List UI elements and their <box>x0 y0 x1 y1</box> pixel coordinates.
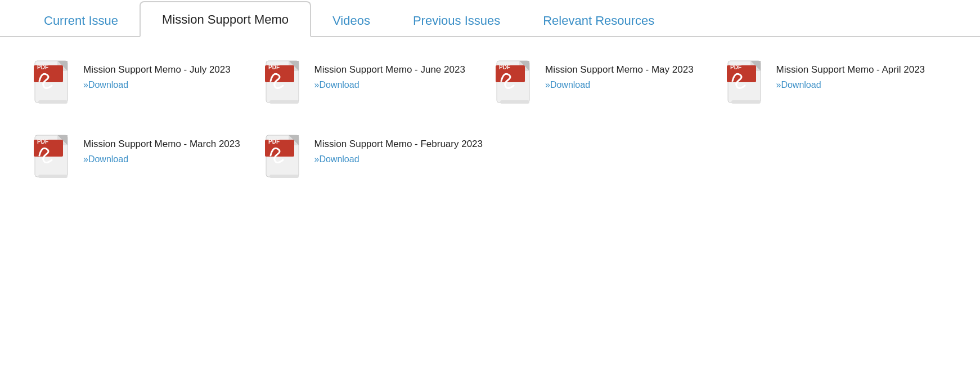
doc-info-june-2023: Mission Support Memo - June 2023»Downloa… <box>314 60 465 90</box>
svg-text:PDF: PDF <box>268 139 280 145</box>
pdf-icon-june-2023: PDF <box>265 60 305 106</box>
svg-rect-17 <box>500 100 529 104</box>
doc-info-april-2023: Mission Support Memo - April 2023»Downlo… <box>776 60 925 90</box>
pdf-icon-july-2023: PDF <box>34 60 74 106</box>
doc-info-march-2023: Mission Support Memo - March 2023»Downlo… <box>83 134 240 164</box>
tab-previous-issues[interactable]: Previous Issues <box>392 3 522 37</box>
svg-text:PDF: PDF <box>730 64 741 70</box>
pdf-icon-may-2023: PDF <box>496 60 536 106</box>
svg-rect-29 <box>38 175 68 178</box>
doc-download-may-2023[interactable]: »Download <box>545 80 694 90</box>
svg-rect-23 <box>731 100 761 104</box>
tab-bar: Current IssueMission Support MemoVideosP… <box>0 0 980 37</box>
doc-info-february-2023: Mission Support Memo - February 2023»Dow… <box>314 134 483 164</box>
doc-title-april-2023: Mission Support Memo - April 2023 <box>776 63 925 77</box>
doc-download-april-2023[interactable]: »Download <box>776 80 925 90</box>
tab-videos[interactable]: Videos <box>311 3 392 37</box>
doc-title-march-2023: Mission Support Memo - March 2023 <box>83 137 240 151</box>
doc-title-may-2023: Mission Support Memo - May 2023 <box>545 63 694 77</box>
doc-download-february-2023[interactable]: »Download <box>314 154 483 164</box>
doc-download-june-2023[interactable]: »Download <box>314 80 465 90</box>
svg-text:PDF: PDF <box>499 64 510 70</box>
documents-grid-row2: PDF Mission Support Memo - March 2023»Do… <box>34 134 946 180</box>
doc-title-june-2023: Mission Support Memo - June 2023 <box>314 63 465 77</box>
svg-rect-11 <box>269 100 299 104</box>
main-content: PDF Mission Support Memo - July 2023»Dow… <box>0 37 980 203</box>
doc-item-june-2023: PDF Mission Support Memo - June 2023»Dow… <box>265 60 485 106</box>
doc-title-july-2023: Mission Support Memo - July 2023 <box>83 63 231 77</box>
doc-item-february-2023: PDF Mission Support Memo - February 2023… <box>265 134 485 180</box>
doc-download-march-2023[interactable]: »Download <box>83 154 240 164</box>
doc-item-july-2023: PDF Mission Support Memo - July 2023»Dow… <box>34 60 254 106</box>
doc-item-april-2023: PDF Mission Support Memo - April 2023»Do… <box>727 60 947 106</box>
doc-item-may-2023: PDF Mission Support Memo - May 2023»Down… <box>496 60 716 106</box>
svg-rect-5 <box>38 100 68 104</box>
pdf-icon-march-2023: PDF <box>34 134 74 180</box>
doc-info-may-2023: Mission Support Memo - May 2023»Download <box>545 60 694 90</box>
tab-mission-support-memo[interactable]: Mission Support Memo <box>140 1 311 37</box>
svg-rect-35 <box>269 175 299 178</box>
doc-download-july-2023[interactable]: »Download <box>83 80 231 90</box>
pdf-icon-april-2023: PDF <box>727 60 767 106</box>
pdf-icon-february-2023: PDF <box>265 134 305 180</box>
doc-title-february-2023: Mission Support Memo - February 2023 <box>314 137 483 151</box>
documents-grid-row1: PDF Mission Support Memo - July 2023»Dow… <box>34 60 946 106</box>
svg-text:PDF: PDF <box>268 64 280 70</box>
tab-relevant-resources[interactable]: Relevant Resources <box>522 3 676 37</box>
doc-item-march-2023: PDF Mission Support Memo - March 2023»Do… <box>34 134 254 180</box>
svg-text:PDF: PDF <box>37 139 48 145</box>
tab-current-issue[interactable]: Current Issue <box>23 3 140 37</box>
svg-text:PDF: PDF <box>37 64 48 70</box>
doc-info-july-2023: Mission Support Memo - July 2023»Downloa… <box>83 60 231 90</box>
